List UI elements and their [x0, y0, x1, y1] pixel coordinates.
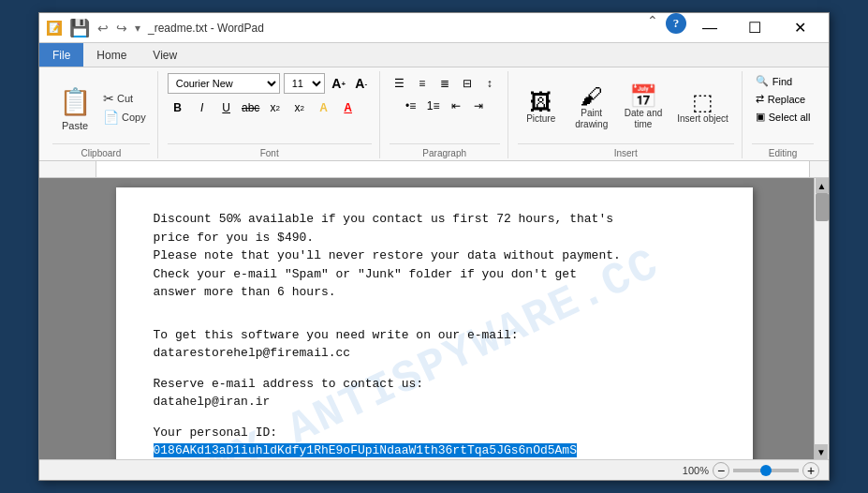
doc-line-2: price for you is $490.: [154, 229, 715, 247]
doc-line-8: Reserve e-mail address to contact us:: [154, 375, 715, 394]
zoom-in-button[interactable]: +: [802, 462, 819, 479]
editing-content: 🔍 Find ⇄ Replace ▣ Select all: [752, 71, 815, 143]
zoom-section: 100% − +: [683, 462, 819, 479]
cut-copy-buttons: ✂ Cut 📄 Copy: [99, 73, 150, 142]
copy-label: Copy: [122, 112, 146, 123]
copy-icon: 📄: [103, 110, 119, 125]
subscript-button[interactable]: x2: [265, 97, 286, 118]
decrease-indent-button[interactable]: ⇤: [446, 96, 466, 116]
zoom-out-button[interactable]: −: [713, 462, 729, 479]
paint-label: Paintdrawing: [575, 108, 608, 130]
picture-icon: 🖼: [530, 91, 552, 113]
paste-button[interactable]: 📋 Paste: [52, 73, 97, 142]
find-icon: 🔍: [756, 75, 769, 87]
menu-home[interactable]: Home: [83, 43, 140, 67]
datetime-label: Date andtime: [625, 108, 663, 130]
cut-button[interactable]: ✂ Cut: [99, 90, 150, 107]
scroll-down-button[interactable]: ▼: [815, 444, 828, 459]
editing-label: Editing: [752, 143, 815, 158]
collapse-icon: ⌃: [647, 13, 658, 43]
quick-access-toolbar: 💾 ↩ ↪ ▾: [67, 18, 142, 38]
menu-view[interactable]: View: [140, 43, 190, 67]
redo-icon[interactable]: ↪: [114, 21, 129, 36]
bold-button[interactable]: B: [168, 97, 188, 118]
scroll-track: [815, 193, 829, 444]
document-page: MY ANTISPYWARE.CC Discount 50% available…: [116, 187, 753, 459]
select-all-button[interactable]: ▣ Select all: [752, 109, 815, 125]
clipboard-content: 📋 Paste ✂ Cut 📄 Copy: [52, 71, 150, 143]
help-button[interactable]: ?: [666, 13, 686, 34]
datetime-button[interactable]: 📅 Date andtime: [619, 82, 669, 134]
align-left-button[interactable]: ☰: [390, 73, 410, 94]
doc-line-3: Please note that you'll never restore yo…: [154, 246, 715, 265]
minimize-button[interactable]: —: [688, 13, 731, 43]
picture-label: Picture: [526, 113, 555, 125]
paragraph-row1: ☰ ≡ ≣ ⊟ ↕: [390, 73, 500, 94]
italic-button[interactable]: I: [192, 97, 213, 118]
insert-label: Insert: [518, 143, 734, 158]
font-size-select[interactable]: 11: [284, 73, 325, 94]
underline-button[interactable]: U: [216, 97, 237, 118]
font-row2: B I U abc x2 x2 A A: [168, 97, 359, 118]
font-grow-button[interactable]: A+: [329, 73, 349, 94]
bullets-button[interactable]: •≡: [401, 96, 421, 116]
doc-line-6: To get this software you need write on o…: [154, 326, 715, 345]
object-icon: ⬚: [692, 91, 714, 113]
copy-button[interactable]: 📄 Copy: [99, 109, 150, 126]
replace-label: Replace: [768, 94, 805, 105]
insert-content: 🖼 Picture 🖌 Paintdrawing 📅 Date andtime …: [518, 71, 734, 143]
find-label: Find: [772, 76, 792, 87]
menu-bar: File Home View: [39, 43, 829, 67]
scroll-thumb[interactable]: [816, 193, 829, 221]
save-icon[interactable]: 💾: [67, 18, 92, 38]
ruler-inner: [96, 161, 810, 177]
vertical-scrollbar[interactable]: ▲ ▼: [814, 178, 829, 459]
superscript-button[interactable]: x2: [289, 97, 310, 118]
numbering-button[interactable]: 1≡: [423, 96, 444, 116]
font-row1: Courier New 11 A+ A-: [168, 73, 372, 94]
object-button[interactable]: ⬚ Insert object: [671, 87, 733, 128]
datetime-icon: 📅: [629, 85, 657, 108]
personal-id-highlighted: 0186AKd13aD1iuhldKdfy1RhE9oFUpiNdaaW1th3…: [154, 443, 577, 457]
find-button[interactable]: 🔍 Find: [752, 73, 796, 89]
paragraph-content: ☰ ≡ ≣ ⊟ ↕ •≡ 1≡ ⇤ ⇥: [390, 71, 500, 143]
status-bar: 100% − +: [39, 459, 829, 480]
select-all-icon: ▣: [756, 111, 765, 123]
doc-line-10: Your personal ID:: [154, 424, 715, 442]
font-color-button[interactable]: A: [338, 97, 359, 118]
customize-icon[interactable]: ▾: [133, 22, 142, 35]
doc-line-11: 0186AKd13aD1iuhldKdfy1RhE9oFUpiNdaaW1th3…: [154, 441, 715, 459]
ribbon-clipboard-group: 📋 Paste ✂ Cut 📄 Copy Clipboard: [45, 71, 158, 158]
menu-file[interactable]: File: [39, 43, 83, 67]
replace-button[interactable]: ⇄ Replace: [752, 91, 809, 107]
paragraph-label: Paragraph: [390, 143, 500, 158]
scroll-up-button[interactable]: ▲: [816, 178, 829, 193]
strikethrough-button[interactable]: abc: [241, 97, 261, 118]
font-shrink-button[interactable]: A-: [351, 73, 372, 94]
zoom-slider-thumb[interactable]: [760, 465, 772, 476]
select-all-label: Select all: [769, 112, 811, 123]
highlight-button[interactable]: A: [314, 97, 334, 118]
undo-icon[interactable]: ↩: [96, 21, 110, 36]
font-content: Courier New 11 A+ A- B I U abc x2: [168, 71, 372, 143]
font-family-select[interactable]: Courier New: [168, 73, 280, 94]
picture-button[interactable]: 🖼 Picture: [518, 87, 565, 128]
zoom-slider-track[interactable]: [733, 469, 799, 472]
paint-button[interactable]: 🖌 Paintdrawing: [568, 82, 615, 134]
ruler: [39, 161, 829, 178]
maximize-button[interactable]: ☐: [733, 13, 776, 43]
align-right-button[interactable]: ≣: [434, 73, 455, 94]
doc-blank-1: [154, 302, 715, 314]
increase-indent-button[interactable]: ⇥: [468, 96, 489, 116]
align-center-button[interactable]: ≡: [412, 73, 433, 94]
line-spacing-button[interactable]: ↕: [479, 73, 500, 94]
paragraph-row2: •≡ 1≡ ⇤ ⇥: [401, 96, 489, 116]
close-button[interactable]: ✕: [778, 13, 821, 43]
document-container[interactable]: ▲ ▼ MY ANTISPYWARE.CC Discount 50% avail…: [39, 178, 829, 459]
font-size-buttons: A+ A-: [329, 73, 372, 94]
justify-button[interactable]: ⊟: [457, 73, 478, 94]
object-label: Insert object: [677, 113, 728, 125]
title-bar: 📝 💾 ↩ ↪ ▾ _readme.txt - WordPad ⌃ ? — ☐ …: [39, 13, 829, 43]
doc-blank-4: [154, 411, 715, 424]
zoom-level-label: 100%: [683, 465, 709, 476]
